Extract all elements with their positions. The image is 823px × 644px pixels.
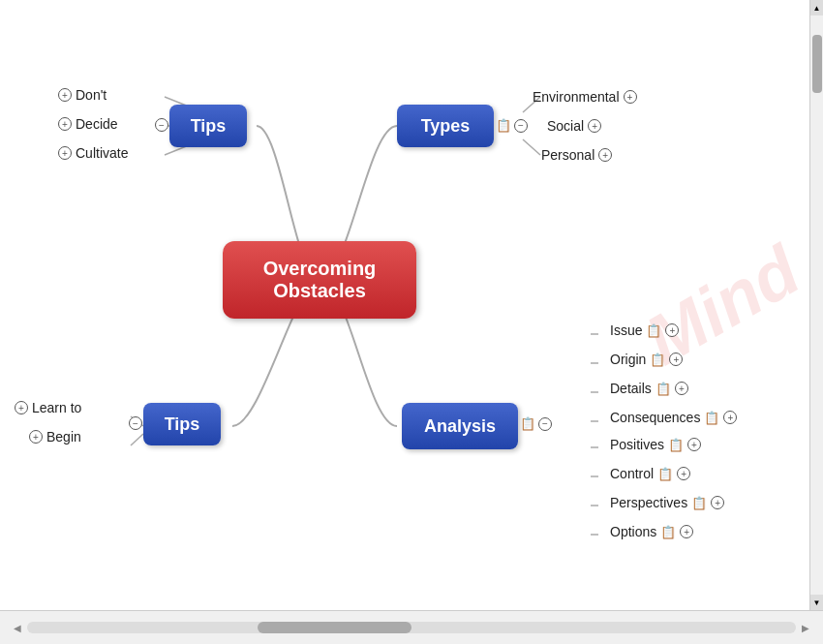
dont-expand-btn[interactable]: + bbox=[58, 88, 72, 102]
positives-label: Positives bbox=[610, 437, 664, 452]
leaf-cultivate: + Cultivate bbox=[58, 145, 128, 161]
decide-label: Decide bbox=[76, 116, 118, 132]
types-note-icon[interactable]: 📋 bbox=[496, 118, 511, 133]
issue-note-icon[interactable]: 📋 bbox=[646, 323, 661, 338]
cultivate-label: Cultivate bbox=[76, 145, 128, 161]
types-collapse-btn[interactable]: − bbox=[514, 119, 528, 133]
scroll-left-arrow[interactable]: ◀ bbox=[8, 623, 27, 633]
svg-line-15 bbox=[131, 434, 143, 445]
svg-line-5 bbox=[523, 139, 540, 155]
details-expand-btn[interactable]: + bbox=[675, 382, 688, 395]
branch-tips-top[interactable]: Tips bbox=[169, 105, 247, 147]
details-label: Details bbox=[610, 381, 652, 396]
branch-tips-top-label: Tips bbox=[191, 116, 227, 137]
positives-note-icon[interactable]: 📋 bbox=[668, 438, 684, 452]
begin-label: Begin bbox=[46, 429, 81, 445]
leaf-perspectives: Perspectives 📋 + bbox=[610, 495, 724, 510]
tips-bottom-collapse[interactable]: − bbox=[129, 416, 142, 430]
branch-types[interactable]: Types bbox=[397, 105, 494, 147]
scroll-up-arrow[interactable]: ▲ bbox=[810, 0, 823, 15]
central-label: Overcoming Obstacles bbox=[263, 258, 377, 302]
control-label: Control bbox=[610, 466, 654, 481]
analysis-controls: 📋 − bbox=[520, 416, 552, 431]
issue-label: Issue bbox=[610, 322, 642, 338]
options-label: Options bbox=[610, 524, 656, 539]
tips-bottom-collapse-btn[interactable]: − bbox=[129, 416, 142, 430]
origin-expand-btn[interactable]: + bbox=[669, 353, 683, 366]
branch-types-label: Types bbox=[421, 116, 471, 137]
right-scroll-thumb[interactable] bbox=[812, 35, 822, 93]
leaf-origin: Origin 📋 + bbox=[610, 352, 683, 367]
scroll-right-arrow[interactable]: ▶ bbox=[796, 623, 815, 633]
branch-tips-bottom[interactable]: Tips bbox=[143, 403, 221, 445]
consequences-label: Consequences bbox=[610, 410, 700, 425]
leaf-learn-to: + Learn to bbox=[15, 400, 81, 415]
leaf-personal: Personal + bbox=[541, 147, 612, 163]
social-expand-btn[interactable]: + bbox=[588, 119, 601, 133]
decide-expand-btn[interactable]: + bbox=[58, 117, 72, 131]
scrollbar-thumb[interactable] bbox=[258, 622, 412, 633]
tips-top-collapse[interactable]: − bbox=[155, 118, 168, 132]
bottom-scrollbar[interactable]: ◀ ▶ bbox=[0, 610, 823, 644]
analysis-collapse-btn[interactable]: − bbox=[538, 417, 552, 431]
tips-top-collapse-btn[interactable]: − bbox=[155, 118, 168, 132]
analysis-note-icon[interactable]: 📋 bbox=[520, 416, 535, 431]
control-note-icon[interactable]: 📋 bbox=[657, 467, 673, 481]
learn-to-label: Learn to bbox=[32, 400, 81, 415]
right-scrollbar[interactable]: ▲ ▼ bbox=[809, 0, 823, 610]
leaf-options: Options 📋 + bbox=[610, 524, 693, 539]
leaf-environmental: Environmental + bbox=[533, 89, 637, 105]
leaf-issue: Issue 📋 + bbox=[610, 322, 679, 338]
branch-analysis[interactable]: Analysis bbox=[402, 403, 518, 449]
branch-analysis-label: Analysis bbox=[424, 416, 496, 437]
perspectives-note-icon[interactable]: 📋 bbox=[691, 496, 707, 510]
perspectives-label: Perspectives bbox=[610, 495, 687, 510]
environmental-expand-btn[interactable]: + bbox=[624, 90, 637, 104]
consequences-note-icon[interactable]: 📋 bbox=[704, 411, 719, 425]
origin-label: Origin bbox=[610, 352, 646, 367]
learn-to-expand-btn[interactable]: + bbox=[15, 401, 28, 414]
environmental-label: Environmental bbox=[533, 89, 620, 105]
leaf-decide: + Decide bbox=[58, 116, 118, 132]
perspectives-expand-btn[interactable]: + bbox=[711, 496, 724, 509]
details-note-icon[interactable]: 📋 bbox=[655, 382, 671, 396]
personal-label: Personal bbox=[541, 147, 594, 163]
central-node[interactable]: Overcoming Obstacles bbox=[223, 241, 416, 319]
leaf-consequences: Consequences 📋 + bbox=[610, 410, 737, 425]
leaf-details: Details 📋 + bbox=[610, 381, 688, 396]
begin-expand-btn[interactable]: + bbox=[29, 430, 43, 444]
social-label: Social bbox=[547, 118, 584, 134]
origin-note-icon[interactable]: 📋 bbox=[650, 353, 665, 367]
control-expand-btn[interactable]: + bbox=[677, 467, 690, 480]
consequences-expand-btn[interactable]: + bbox=[723, 411, 737, 424]
options-note-icon[interactable]: 📋 bbox=[660, 525, 676, 539]
leaf-positives: Positives 📋 + bbox=[610, 437, 701, 452]
positives-expand-btn[interactable]: + bbox=[687, 438, 701, 451]
personal-expand-btn[interactable]: + bbox=[598, 148, 612, 162]
types-controls: 📋 − bbox=[496, 118, 528, 133]
options-expand-btn[interactable]: + bbox=[680, 525, 693, 538]
issue-expand-btn[interactable]: + bbox=[665, 323, 679, 337]
leaf-dont: + Don't bbox=[58, 87, 107, 103]
dont-label: Don't bbox=[76, 87, 107, 103]
cultivate-expand-btn[interactable]: + bbox=[58, 146, 72, 160]
mindmap-canvas: Mind Overcoming Obstacles bbox=[0, 0, 823, 610]
scroll-down-arrow[interactable]: ▼ bbox=[810, 595, 823, 610]
branch-tips-bottom-label: Tips bbox=[165, 414, 200, 435]
leaf-control: Control 📋 + bbox=[610, 466, 690, 481]
leaf-begin: + Begin bbox=[29, 429, 81, 445]
leaf-social: Social + bbox=[547, 118, 601, 134]
scrollbar-track bbox=[27, 622, 796, 633]
